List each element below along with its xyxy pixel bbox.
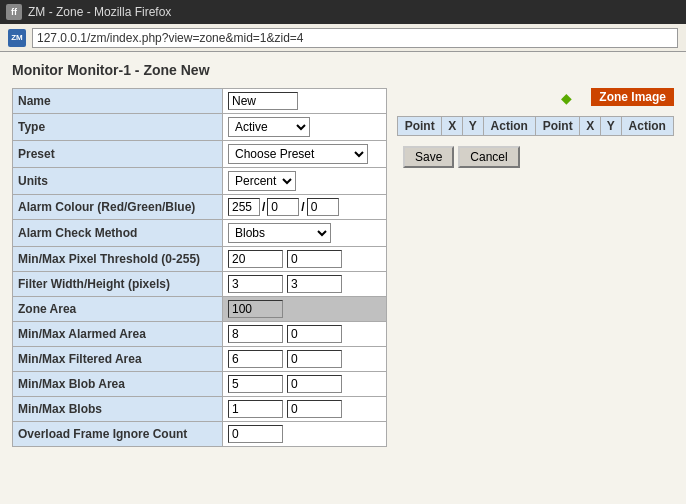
zone-area-row: Zone Area bbox=[13, 297, 387, 322]
preset-select[interactable]: Choose Preset bbox=[228, 144, 368, 164]
name-label: Name bbox=[13, 89, 223, 114]
blob-area-inputs bbox=[228, 375, 381, 393]
points-header-row: Point X Y Action Point X Y Action bbox=[398, 117, 674, 136]
blobs-inputs bbox=[228, 400, 381, 418]
main-content: Monitor Monitor-1 - Zone New Name Type A… bbox=[0, 52, 686, 504]
max-blob-input[interactable] bbox=[287, 375, 342, 393]
units-row: Units Percent Pixels bbox=[13, 168, 387, 195]
color-inputs: / / bbox=[228, 198, 381, 216]
col2-y-header: Y bbox=[600, 117, 621, 136]
blob-area-row: Min/Max Blob Area bbox=[13, 372, 387, 397]
cancel-button[interactable]: Cancel bbox=[458, 146, 519, 168]
filtered-area-inputs bbox=[228, 350, 381, 368]
blobs-label: Min/Max Blobs bbox=[13, 397, 223, 422]
right-panel: ◆ Zone Image Point X Y Action Point X Y … bbox=[397, 88, 674, 447]
units-cell: Percent Pixels bbox=[223, 168, 387, 195]
alarmed-area-label: Min/Max Alarmed Area bbox=[13, 322, 223, 347]
points-table: Point X Y Action Point X Y Action bbox=[397, 116, 674, 136]
type-row: Type Active Inclusive Exclusive Preclusi… bbox=[13, 114, 387, 141]
pixel-threshold-cell bbox=[223, 247, 387, 272]
alarm-check-row: Alarm Check Method Blobs AlarmedPixels F… bbox=[13, 220, 387, 247]
blobs-cell bbox=[223, 397, 387, 422]
addressbar: ZM 127.0.0.1/zm/index.php?view=zone&mid=… bbox=[0, 24, 686, 52]
zm-icon: ZM bbox=[8, 29, 26, 47]
alarm-colour-row: Alarm Colour (Red/Green/Blue) / / bbox=[13, 195, 387, 220]
col2-x-header: X bbox=[580, 117, 601, 136]
color-g-input[interactable] bbox=[267, 198, 299, 216]
zone-area-cell bbox=[223, 297, 387, 322]
col1-y-header: Y bbox=[463, 117, 484, 136]
pixel-threshold-label: Min/Max Pixel Threshold (0-255) bbox=[13, 247, 223, 272]
filtered-area-row: Min/Max Filtered Area bbox=[13, 347, 387, 372]
blob-area-label: Min/Max Blob Area bbox=[13, 372, 223, 397]
overload-input[interactable] bbox=[228, 425, 283, 443]
min-pixel-input[interactable] bbox=[228, 250, 283, 268]
url-display[interactable]: 127.0.0.1/zm/index.php?view=zone&mid=1&z… bbox=[32, 28, 678, 48]
diamond-icon: ◆ bbox=[561, 90, 572, 106]
filter-wh-label: Filter Width/Height (pixels) bbox=[13, 272, 223, 297]
content-area: Name Type Active Inclusive Exclusive Pre… bbox=[12, 88, 674, 447]
filtered-area-cell bbox=[223, 347, 387, 372]
titlebar: ff ZM - Zone - Mozilla Firefox bbox=[0, 0, 686, 24]
color-sep-2: / bbox=[301, 200, 304, 214]
col1-action-header: Action bbox=[483, 117, 535, 136]
page-title: Monitor Monitor-1 - Zone New bbox=[12, 62, 674, 78]
alarm-check-cell: Blobs AlarmedPixels FilteredPixels bbox=[223, 220, 387, 247]
zone-image-row: ◆ Zone Image bbox=[397, 88, 674, 106]
filter-h-input[interactable] bbox=[287, 275, 342, 293]
blob-area-cell bbox=[223, 372, 387, 397]
filtered-area-label: Min/Max Filtered Area bbox=[13, 347, 223, 372]
overload-label: Overload Frame Ignore Count bbox=[13, 422, 223, 447]
form-table: Name Type Active Inclusive Exclusive Pre… bbox=[12, 88, 387, 447]
units-label: Units bbox=[13, 168, 223, 195]
alarm-check-select[interactable]: Blobs AlarmedPixels FilteredPixels bbox=[228, 223, 331, 243]
browser-icon: ff bbox=[6, 4, 22, 20]
color-r-input[interactable] bbox=[228, 198, 260, 216]
col1-point-header: Point bbox=[398, 117, 442, 136]
max-pixel-input[interactable] bbox=[287, 250, 342, 268]
color-sep-1: / bbox=[262, 200, 265, 214]
overload-cell bbox=[223, 422, 387, 447]
alarm-colour-cell: / / bbox=[223, 195, 387, 220]
save-button[interactable]: Save bbox=[403, 146, 454, 168]
name-cell bbox=[223, 89, 387, 114]
blobs-row: Min/Max Blobs bbox=[13, 397, 387, 422]
filter-wh-cell bbox=[223, 272, 387, 297]
max-blobs-input[interactable] bbox=[287, 400, 342, 418]
max-alarmed-input[interactable] bbox=[287, 325, 342, 343]
color-b-input[interactable] bbox=[307, 198, 339, 216]
overload-row: Overload Frame Ignore Count bbox=[13, 422, 387, 447]
max-filtered-input[interactable] bbox=[287, 350, 342, 368]
col2-action-header: Action bbox=[621, 117, 673, 136]
alarm-check-label: Alarm Check Method bbox=[13, 220, 223, 247]
min-blobs-input[interactable] bbox=[228, 400, 283, 418]
col2-point-header: Point bbox=[535, 117, 579, 136]
preset-label: Preset bbox=[13, 141, 223, 168]
window-title: ZM - Zone - Mozilla Firefox bbox=[28, 5, 171, 19]
zone-area-input bbox=[228, 300, 283, 318]
min-blob-input[interactable] bbox=[228, 375, 283, 393]
filter-wh-inputs bbox=[228, 275, 381, 293]
preset-cell: Choose Preset bbox=[223, 141, 387, 168]
zone-area-label: Zone Area bbox=[13, 297, 223, 322]
filter-wh-row: Filter Width/Height (pixels) bbox=[13, 272, 387, 297]
alarmed-area-cell bbox=[223, 322, 387, 347]
units-select[interactable]: Percent Pixels bbox=[228, 171, 296, 191]
col1-x-header: X bbox=[442, 117, 463, 136]
pixel-threshold-inputs bbox=[228, 250, 381, 268]
min-filtered-input[interactable] bbox=[228, 350, 283, 368]
min-alarmed-input[interactable] bbox=[228, 325, 283, 343]
name-input[interactable] bbox=[228, 92, 298, 110]
filter-w-input[interactable] bbox=[228, 275, 283, 293]
type-select[interactable]: Active Inclusive Exclusive Preclusive Pr… bbox=[228, 117, 310, 137]
zone-image-button[interactable]: Zone Image bbox=[591, 88, 674, 106]
alarmed-area-row: Min/Max Alarmed Area bbox=[13, 322, 387, 347]
alarmed-area-inputs bbox=[228, 325, 381, 343]
name-row: Name bbox=[13, 89, 387, 114]
pixel-threshold-row: Min/Max Pixel Threshold (0-255) bbox=[13, 247, 387, 272]
action-buttons: Save Cancel bbox=[403, 146, 674, 168]
type-cell: Active Inclusive Exclusive Preclusive Pr… bbox=[223, 114, 387, 141]
alarm-colour-label: Alarm Colour (Red/Green/Blue) bbox=[13, 195, 223, 220]
preset-row: Preset Choose Preset bbox=[13, 141, 387, 168]
type-label: Type bbox=[13, 114, 223, 141]
